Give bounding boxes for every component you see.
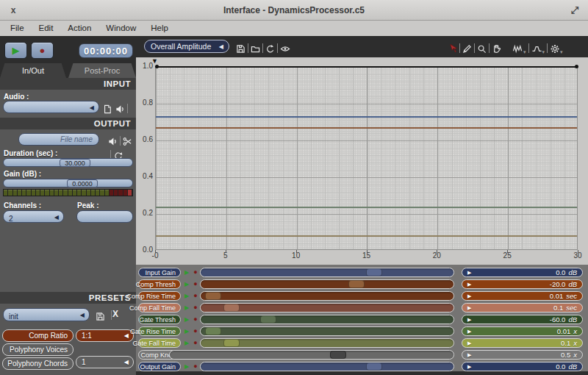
slider-label[interactable]: Comp Rise Time [138, 291, 181, 301]
slider-label[interactable]: Gate Thresh [138, 315, 181, 324]
record-button[interactable]: ● [31, 42, 54, 59]
pencil-icon[interactable] [462, 42, 472, 55]
series-endpoint[interactable] [575, 65, 578, 68]
tab-in-out[interactable]: In/Out [0, 63, 66, 78]
slider-value-box[interactable]: ▶-20.0dB [462, 279, 583, 289]
speaker-icon[interactable] [115, 102, 125, 115]
slider-value-box[interactable]: ▶0.5x [462, 350, 583, 360]
slider-handle[interactable] [330, 351, 346, 359]
plot-area[interactable] [155, 66, 578, 250]
mini-play-icon[interactable]: ▶ [183, 362, 190, 371]
combo-label-polyphony-chords[interactable]: Polyphony Chords [2, 357, 74, 370]
mini-record-icon[interactable]: ● [192, 338, 199, 348]
peak-field[interactable] [76, 210, 133, 223]
menu-item-window[interactable]: Window [98, 21, 143, 36]
menu-item-help[interactable]: Help [143, 21, 176, 36]
eye-icon[interactable] [280, 42, 290, 55]
combo-dropdown-polyphony-voices[interactable]: 1◀ [76, 356, 134, 368]
menu-item-file[interactable]: File [3, 21, 32, 36]
slider-handle[interactable] [260, 315, 276, 324]
mini-record-icon[interactable]: ● [192, 303, 199, 312]
slider-track[interactable] [169, 350, 454, 360]
slider-track[interactable] [200, 326, 454, 336]
series-curve-blue[interactable] [156, 116, 577, 118]
undo-icon[interactable] [265, 42, 275, 55]
preset-dropdown[interactable]: init ◀ [3, 308, 90, 321]
channels-dropdown[interactable]: 2 ◀ [3, 210, 64, 223]
envelope-icon[interactable] [531, 42, 542, 55]
slider-label[interactable]: Gate Fall Time [138, 338, 181, 348]
audio-dropdown[interactable]: ◀ [3, 101, 99, 113]
duration-slider-handle[interactable]: 30.000 [60, 159, 90, 167]
file-name-input[interactable] [18, 133, 99, 146]
mini-play-icon[interactable]: ▶ [183, 338, 190, 348]
tab-post-proc[interactable]: Post-Proc [68, 63, 136, 78]
mini-record-icon[interactable]: ● [192, 326, 199, 336]
slider-value-box[interactable]: ▶0.01sec [462, 291, 583, 301]
slider-handle[interactable] [366, 268, 382, 276]
folder-icon[interactable] [251, 42, 260, 55]
speaker-icon[interactable] [108, 135, 118, 148]
mini-record-icon[interactable]: ● [192, 279, 199, 289]
slider-value-box[interactable]: ▶0.1x [462, 338, 583, 348]
save-icon[interactable] [236, 42, 245, 55]
mini-record-icon[interactable]: ● [192, 268, 199, 277]
slider-handle[interactable] [205, 327, 221, 335]
gain-slider-handle[interactable]: 0.0000 [67, 179, 98, 188]
slider-label[interactable]: Comp Thresh [138, 279, 181, 289]
play-button[interactable]: ▶ [4, 42, 27, 59]
slider-label[interactable]: Comp Fall Time [138, 303, 181, 312]
close-icon[interactable]: x [7, 4, 19, 16]
combo-label-polyphony-voices[interactable]: Polyphony Voices [2, 343, 74, 356]
slider-track[interactable] [200, 279, 454, 289]
slider-handle[interactable] [223, 339, 240, 347]
slider-label[interactable]: Output Gain [138, 362, 181, 371]
curve-selector-dropdown[interactable]: Overall Amplitude ◀ [144, 40, 229, 53]
series-overall-amplitude[interactable] [156, 66, 577, 68]
slider-value-box[interactable]: ▶0.1sec [462, 303, 583, 312]
slider-track[interactable] [200, 291, 454, 301]
gain-slider[interactable]: 0.0000 [3, 179, 133, 188]
slider-value-box[interactable]: ▶0.01x [462, 326, 583, 336]
slider-label[interactable]: Input Gain [138, 268, 181, 277]
slider-value-box[interactable]: ▶0.0dB [462, 362, 583, 371]
menu-item-action[interactable]: Action [60, 21, 98, 36]
zoom-icon[interactable] [477, 42, 487, 55]
cursor-icon[interactable] [448, 42, 457, 55]
slider-handle[interactable] [205, 292, 221, 300]
slider-track[interactable] [200, 268, 454, 277]
waveform-icon[interactable] [512, 42, 523, 55]
series-curve-brown[interactable] [156, 127, 577, 129]
slider-value-box[interactable]: ▶-60.0dB [462, 315, 583, 324]
preset-delete-button[interactable]: X [112, 309, 118, 319]
combo-dropdown-comp-ratio[interactable]: 1:1◀ [76, 329, 134, 342]
title-bar[interactable]: x Interface - DynamicsProcessor.c5 ⤢ [0, 0, 588, 21]
slider-value-box[interactable]: ▶0.0dB [462, 268, 583, 277]
series-endpoint[interactable] [155, 65, 159, 68]
series-curve-green[interactable] [156, 207, 577, 208]
slider-track[interactable] [200, 315, 454, 324]
slider-track[interactable] [200, 362, 454, 371]
mini-play-icon[interactable]: ▶ [183, 303, 190, 312]
duration-slider[interactable]: 30.000 [3, 158, 133, 167]
slider-track[interactable] [200, 303, 454, 312]
hand-icon[interactable] [492, 42, 501, 55]
slider-handle[interactable] [348, 280, 365, 288]
mini-record-icon[interactable]: ● [192, 362, 199, 371]
combo-label-comp-ratio[interactable]: Comp Ratio [2, 329, 74, 342]
mini-play-icon[interactable]: ▶ [183, 326, 190, 336]
file-add-icon[interactable] [103, 102, 112, 115]
expand-icon[interactable]: ⤢ [569, 4, 581, 16]
mini-play-icon[interactable]: ▶ [183, 315, 190, 324]
series-curve-olive[interactable] [156, 235, 577, 237]
slider-label[interactable]: Gate Rise Time [138, 326, 181, 336]
mini-play-icon[interactable]: ▶ [183, 291, 190, 301]
slider-handle[interactable] [223, 304, 240, 312]
settings-icon[interactable] [550, 42, 560, 55]
slider-handle[interactable] [366, 362, 382, 371]
scissors-icon[interactable] [123, 135, 132, 148]
menu-item-edit[interactable]: Edit [32, 21, 61, 36]
mini-play-icon[interactable]: ▶ [183, 279, 190, 289]
slider-track[interactable] [200, 338, 454, 348]
mini-record-icon[interactable]: ● [192, 291, 199, 301]
